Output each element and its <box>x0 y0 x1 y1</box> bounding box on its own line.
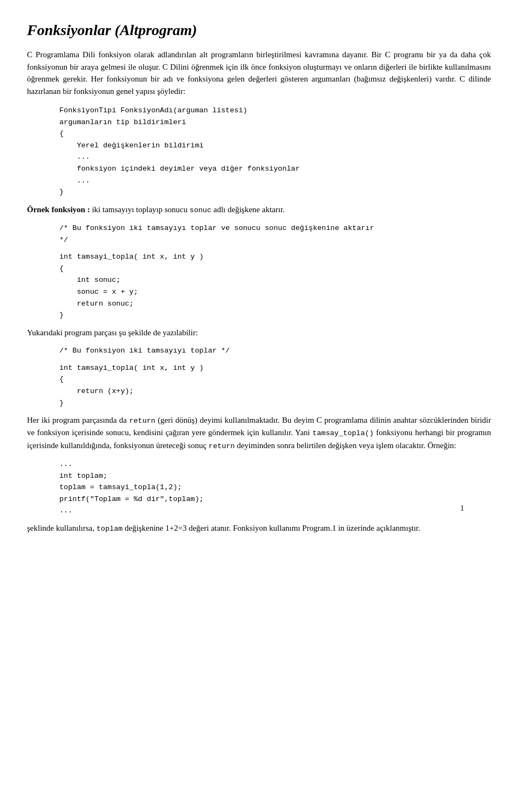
general-structure-code: FonksiyonTipi FonksiyonAdı(arguman liste… <box>59 105 491 198</box>
usage-code: ... int toplam; toplam = tamsayi_topla(1… <box>59 458 491 517</box>
page-title: Fonksiyonlar (Altprogram) <box>27 22 491 39</box>
return-explanation: Her iki program parçasında da return (ge… <box>27 414 491 452</box>
conclusion-text: şeklinde kullanılırsa, toplam değişkenin… <box>27 522 491 534</box>
example1-comment: /* Bu fonksiyon iki tamsayıyı toplar ve … <box>59 222 491 246</box>
example2-code: int tamsayi_topla( int x, int y ) { retu… <box>59 362 491 409</box>
example-intro: Örnek fonksiyon : iki tamsayıyı toplayıp… <box>27 204 491 216</box>
example1-code: int tamsayi_topla( int x, int y ) { int … <box>59 251 491 321</box>
intro-paragraph: C Programlama Dili fonksiyon olarak adla… <box>27 49 491 97</box>
rewrite-intro: Yukarıdaki program parçası şu şekilde de… <box>27 327 491 339</box>
intro-text: C Programlama Dili fonksiyon olarak adla… <box>27 49 491 97</box>
page-number: 1 <box>460 504 464 513</box>
example2-comment: /* Bu fonksiyon iki tamsayıyı toplar */ <box>59 345 491 357</box>
